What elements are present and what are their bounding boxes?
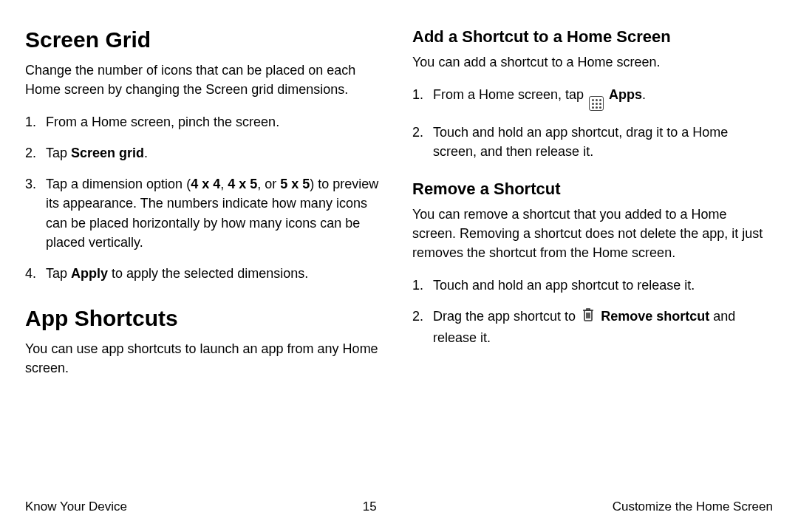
text-bold: Remove shortcut: [601, 309, 709, 324]
text: .: [144, 146, 148, 160]
ordered-list: From a Home screen, tap Apps. Touch and …: [412, 85, 773, 162]
left-column: Screen Grid Change the number of icons t…: [25, 27, 386, 391]
paragraph: Change the number of icons that can be p…: [25, 61, 386, 99]
list-item: From a Home screen, pinch the screen.: [25, 112, 386, 132]
list-item: Touch and hold an app shortcut, drag it …: [412, 123, 773, 161]
text-bold: Apply: [71, 266, 108, 281]
text: Tap: [46, 146, 71, 160]
footer-page-number: 15: [363, 499, 377, 514]
heading-remove-shortcut: Remove a Shortcut: [412, 179, 773, 200]
heading-screen-grid: Screen Grid: [25, 27, 386, 53]
trash-icon: [581, 307, 596, 328]
list-item: Tap Screen grid.: [25, 143, 386, 163]
list-item: Tap Apply to apply the selected dimensio…: [25, 264, 386, 283]
footer-left: Know Your Device: [25, 499, 127, 514]
paragraph: You can use app shortcuts to launch an a…: [25, 339, 386, 378]
paragraph: You can add a shortcut to a Home screen.: [412, 52, 773, 72]
ordered-list: Touch and hold an app shortcut to releas…: [412, 276, 773, 347]
page-footer: Know Your Device 15 Customize the Home S…: [25, 499, 773, 514]
text-bold: Apps: [609, 87, 642, 102]
list-item: Tap a dimension option (4 x 4, 4 x 5, or…: [25, 174, 386, 251]
text: , or: [257, 177, 280, 191]
text-bold: 4 x 5: [228, 177, 257, 191]
apps-icon: [589, 96, 604, 111]
heading-add-shortcut: Add a Shortcut to a Home Screen: [412, 27, 773, 48]
footer-right: Customize the Home Screen: [613, 499, 773, 514]
text: to apply the selected dimensions.: [108, 266, 308, 281]
ordered-list: From a Home screen, pinch the screen. Ta…: [25, 112, 386, 283]
paragraph: You can remove a shortcut that you added…: [412, 205, 773, 262]
text: .: [642, 87, 646, 102]
text: Tap a dimension option (: [46, 177, 191, 191]
list-item: Touch and hold an app shortcut to releas…: [412, 276, 773, 295]
text-bold: 5 x 5: [280, 177, 310, 191]
list-item: From a Home screen, tap Apps.: [412, 85, 773, 112]
text-bold: 4 x 4: [191, 177, 220, 191]
right-column: Add a Shortcut to a Home Screen You can …: [412, 27, 773, 391]
text: Tap: [46, 266, 71, 281]
list-item: Drag the app shortcut to Remove shortcut…: [412, 307, 773, 347]
text: From a Home screen, tap: [433, 87, 587, 102]
text-bold: Screen grid: [71, 146, 144, 160]
heading-app-shortcuts: App Shortcuts: [25, 305, 386, 332]
text: Drag the app shortcut to: [433, 309, 579, 324]
text: ,: [220, 177, 228, 191]
